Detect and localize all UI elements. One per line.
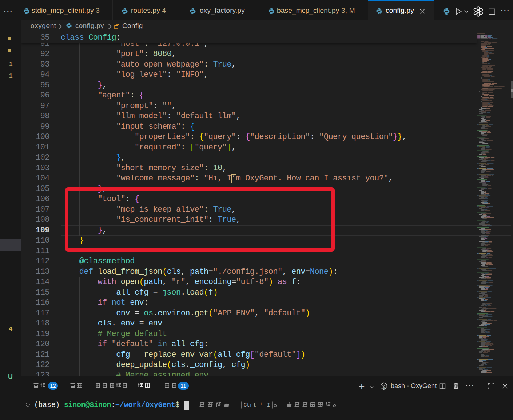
svg-text:$: $ [384,387,386,389]
